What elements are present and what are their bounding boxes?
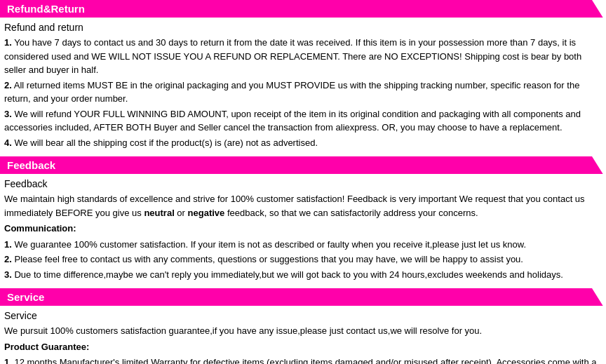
feedback-header-label: Feedback (7, 159, 55, 171)
refund-title: Refund and return (4, 22, 602, 33)
feedback-item-2: 2. Please feel free to contact us with a… (4, 252, 602, 267)
service-title: Service (4, 310, 602, 321)
feedback-section: Feedback Feedback We maintain high stand… (0, 156, 606, 288)
service-intro: We pursuit 100% customers satisfaction g… (4, 324, 602, 338)
refund-section: Refund&Return Refund and return 1. You h… (0, 0, 606, 156)
communication-label: Communication: (4, 222, 602, 236)
both-text: both (564, 51, 581, 62)
service-section: Service Service We pursuit 100% customer… (0, 288, 606, 364)
feedback-intro: We maintain high standards of excellence… (4, 192, 602, 220)
refund-header-label: Refund&Return (7, 3, 85, 15)
refund-item-1: 1. You have 7 days to contact us and 30 … (4, 36, 602, 77)
refund-header: Refund&Return (0, 0, 606, 18)
product-guarantee-label: Product Guarantee: (4, 340, 602, 354)
refund-item-2: 2. All returned items MUST BE in the ori… (4, 79, 602, 106)
feedback-item-1: 1. We guarantee 100% customer satisfacti… (4, 238, 602, 252)
refund-content: Refund and return 1. You have 7 days to … (0, 20, 606, 156)
service-header: Service (0, 288, 606, 306)
refund-item-4: 4. We will bear all the shipping cost if… (4, 136, 602, 150)
feedback-item-3: 3. Due to time difference,maybe we can't… (4, 268, 602, 282)
feedback-content: Feedback We maintain high standards of e… (0, 177, 606, 288)
feedback-title: Feedback (4, 178, 602, 189)
page-container: Refund&Return Refund and return 1. You h… (0, 0, 606, 364)
service-header-label: Service (7, 291, 44, 303)
service-content: Service We pursuit 100% customers satisf… (0, 309, 606, 364)
service-item-1: 1. 12 months Manufacturer's limited Warr… (4, 356, 602, 364)
refund-item-3: 3. We will refund YOUR FULL WINNING BID … (4, 107, 602, 135)
feedback-header: Feedback (0, 156, 606, 174)
